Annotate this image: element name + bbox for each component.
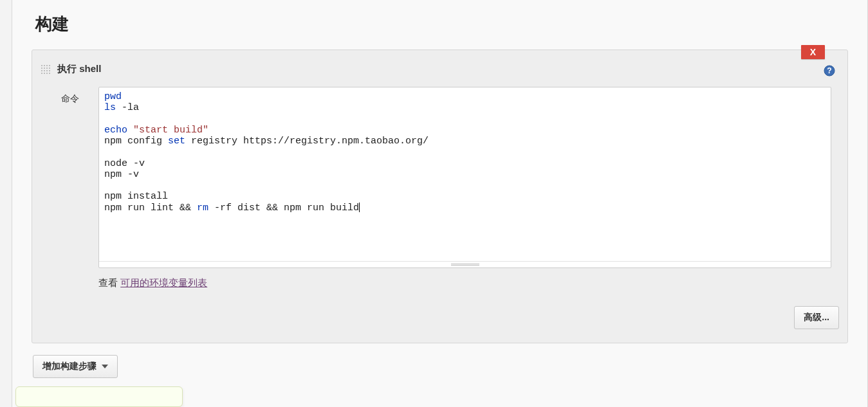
code-token: npm config bbox=[104, 136, 168, 147]
code-token: "start build" bbox=[133, 125, 208, 136]
code-token: registry https://registry.npm.taobao.org… bbox=[185, 136, 429, 147]
delete-step-button[interactable]: X bbox=[801, 45, 825, 59]
env-vars-link[interactable]: 可用的环境变量列表 bbox=[120, 277, 207, 288]
command-label: 命令 bbox=[61, 87, 98, 105]
step-header: 执行 shell bbox=[35, 54, 844, 82]
code-token: rm bbox=[197, 203, 208, 213]
help-icon[interactable]: ? bbox=[824, 65, 835, 77]
code-token: node -v bbox=[104, 158, 145, 169]
code-token: npm run lint && bbox=[104, 203, 197, 213]
step-title: 执行 shell bbox=[57, 63, 101, 75]
build-section-body: X ? 执行 shell 命令 pwd ls -la echo "start b… bbox=[32, 50, 848, 343]
resizer-handle[interactable] bbox=[99, 261, 831, 267]
command-field-row: 命令 pwd ls -la echo "start build" npm con… bbox=[35, 87, 844, 268]
code-token: npm install bbox=[104, 191, 168, 202]
code-token: set bbox=[168, 136, 185, 147]
advanced-row: 高级... bbox=[35, 292, 844, 333]
section-heading-build: 构建 bbox=[32, 0, 848, 50]
command-code-box: pwd ls -la echo "start build" npm config… bbox=[98, 87, 831, 268]
advanced-button[interactable]: 高级... bbox=[794, 306, 839, 329]
code-token: -rf dist && npm run build bbox=[208, 203, 359, 213]
drag-handle-icon[interactable] bbox=[41, 64, 51, 75]
code-token: npm -v bbox=[104, 169, 139, 180]
env-vars-hint: 查看 可用的环境变量列表 bbox=[35, 268, 844, 292]
code-token: ls bbox=[104, 102, 116, 113]
command-textarea[interactable]: pwd ls -la echo "start build" npm config… bbox=[99, 87, 831, 261]
code-token: -la bbox=[116, 102, 139, 113]
hint-prefix: 查看 bbox=[98, 277, 120, 288]
chevron-down-icon bbox=[102, 365, 108, 368]
add-build-step-button[interactable]: 增加构建步骤 bbox=[33, 355, 118, 378]
svg-text:?: ? bbox=[827, 66, 831, 75]
add-step-row: 增加构建步骤 bbox=[32, 355, 848, 378]
code-token: pwd bbox=[104, 91, 122, 102]
tooltip-stub bbox=[15, 386, 183, 407]
add-build-step-label: 增加构建步骤 bbox=[42, 361, 97, 372]
text-cursor bbox=[359, 203, 360, 212]
code-token: echo bbox=[104, 125, 127, 136]
resizer-lines-icon bbox=[451, 264, 479, 266]
build-step-shell: X ? 执行 shell 命令 pwd ls -la echo "start b… bbox=[35, 53, 844, 339]
code-token bbox=[127, 125, 133, 136]
